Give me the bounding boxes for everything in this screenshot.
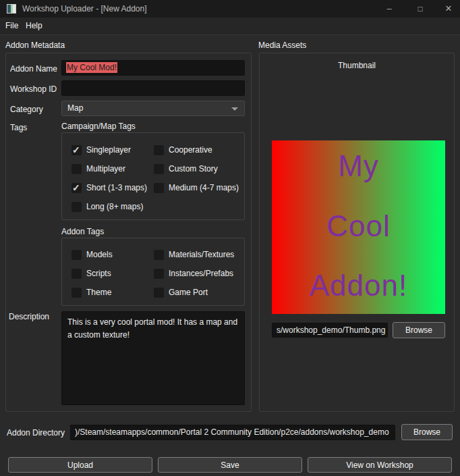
checkbox-custom-story[interactable]: Custom Story <box>154 163 218 174</box>
addon-name-input[interactable]: My Cool Mod! <box>61 60 245 76</box>
thumbnail-text-line: My <box>338 144 379 188</box>
close-button[interactable]: ✕ <box>438 0 459 18</box>
checkbox-label: Theme <box>86 288 111 297</box>
upload-button[interactable]: Upload <box>8 457 152 473</box>
category-selected-value: Map <box>67 103 83 113</box>
category-dropdown[interactable]: Map <box>61 101 245 116</box>
checkbox-label: Instances/Prefabs <box>169 269 233 278</box>
thumbnail-path-input[interactable]: s/workshop_demo/Thumb.png <box>272 323 388 338</box>
campaign-tags-groupbox: Singleplayer Cooperative Multiplayer Cus… <box>61 132 245 220</box>
thumbnail-browse-button[interactable]: Browse <box>393 322 445 338</box>
workshop-id-label: Workshop ID <box>10 84 57 94</box>
checkbox-icon[interactable] <box>154 164 164 174</box>
checkbox-icon[interactable] <box>71 183 82 193</box>
addon-directory-label: Addon Directory <box>7 428 65 438</box>
checkbox-icon[interactable] <box>71 164 82 174</box>
addon-directory-browse-button[interactable]: Browse <box>401 424 453 440</box>
campaign-tags-title: Campaign/Map Tags <box>61 122 136 131</box>
description-textarea[interactable]: This is a very cool portal mod! It has a… <box>61 311 245 405</box>
checkbox-label: Scripts <box>86 269 111 278</box>
checkbox-medium[interactable]: Medium (4-7 maps) <box>154 182 239 193</box>
checkbox-label: Custom Story <box>169 164 218 174</box>
thumbnail-label: Thumbnail <box>259 61 455 70</box>
checkbox-icon[interactable] <box>71 250 82 260</box>
checkbox-models[interactable]: Models <box>71 249 113 260</box>
workshop-id-input[interactable] <box>61 80 245 96</box>
description-label: Description <box>9 312 49 321</box>
checkbox-label: Multiplayer <box>86 164 125 174</box>
maximize-button[interactable]: □ <box>409 0 431 18</box>
addon-directory-input[interactable]: )/Steam/steamapps/common/Portal 2 Commun… <box>70 425 395 440</box>
chevron-down-icon <box>231 107 238 111</box>
checkbox-label: Game Port <box>169 288 208 297</box>
checkbox-long[interactable]: Long (8+ maps) <box>71 201 143 212</box>
menu-bar: File Help <box>0 18 460 35</box>
save-button[interactable]: Save <box>158 457 302 473</box>
media-assets-section-title: Media Assets <box>258 41 306 50</box>
addon-tags-title: Addon Tags <box>61 227 104 236</box>
checkbox-short[interactable]: Short (1-3 maps) <box>71 182 147 193</box>
checkbox-game-port[interactable]: Game Port <box>154 287 208 298</box>
view-on-workshop-button[interactable]: View on Workshop <box>308 457 452 473</box>
addon-tags-groupbox: Models Materials/Textures Scripts Instan… <box>61 238 245 306</box>
thumbnail-text-line: Addon! <box>310 264 407 307</box>
checkbox-instances-prefabs[interactable]: Instances/Prefabs <box>154 268 233 279</box>
checkbox-label: Singleplayer <box>86 145 131 155</box>
addon-name-selection: My Cool Mod! <box>66 62 117 73</box>
checkbox-icon[interactable] <box>71 202 82 212</box>
checkbox-label: Materials/Textures <box>169 250 234 259</box>
addon-name-label: Addon Name <box>10 64 57 74</box>
category-label: Category <box>10 105 43 114</box>
checkbox-scripts[interactable]: Scripts <box>71 268 111 279</box>
checkbox-label: Short (1-3 maps) <box>86 183 147 192</box>
window-title: Workshop Uploader - [New Addon] <box>22 0 147 18</box>
checkbox-label: Long (8+ maps) <box>86 202 143 211</box>
tags-label: Tags <box>10 123 27 132</box>
checkbox-icon[interactable] <box>154 269 164 279</box>
checkbox-icon[interactable] <box>154 183 164 193</box>
addon-metadata-section-title: Addon Metadata <box>5 41 65 50</box>
checkbox-icon[interactable] <box>71 269 82 279</box>
checkbox-materials-textures[interactable]: Materials/Textures <box>154 249 234 260</box>
checkbox-icon[interactable] <box>71 145 82 155</box>
checkbox-cooperative[interactable]: Cooperative <box>154 144 212 155</box>
app-icon <box>7 4 16 14</box>
checkbox-label: Medium (4-7 maps) <box>169 183 239 192</box>
checkbox-icon[interactable] <box>154 250 164 260</box>
checkbox-theme[interactable]: Theme <box>71 287 111 298</box>
checkbox-icon[interactable] <box>154 145 164 155</box>
title-bar: Workshop Uploader - [New Addon] – □ ✕ <box>0 0 460 18</box>
menu-file[interactable]: File <box>3 18 21 34</box>
checkbox-label: Cooperative <box>169 145 212 155</box>
thumbnail-text-line: Cool <box>326 205 391 248</box>
checkbox-label: Models <box>86 250 113 259</box>
checkbox-icon[interactable] <box>71 288 82 298</box>
minimize-button[interactable]: – <box>378 0 400 18</box>
thumbnail-image: My Cool Addon! <box>272 140 445 314</box>
checkbox-icon[interactable] <box>154 288 164 298</box>
menu-help[interactable]: Help <box>23 18 45 34</box>
checkbox-multiplayer[interactable]: Multiplayer <box>71 163 125 174</box>
checkbox-singleplayer[interactable]: Singleplayer <box>71 144 131 155</box>
